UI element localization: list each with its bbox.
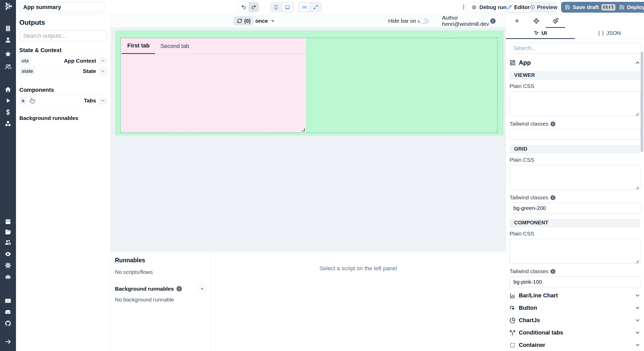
discord-icon[interactable]	[4, 308, 12, 316]
info-icon[interactable]: i	[550, 121, 555, 126]
undo-button[interactable]	[239, 2, 249, 12]
component-row-a[interactable]: a Tabs	[19, 95, 107, 106]
app-grid-surface[interactable]: First tab Second tab	[115, 30, 504, 135]
info-icon[interactable]: i	[550, 269, 555, 274]
hide-bar-toggle[interactable]	[419, 18, 429, 24]
info-icon[interactable]: i	[550, 195, 555, 200]
docs-book-icon[interactable]	[4, 297, 12, 305]
settings-gear-icon[interactable]	[4, 262, 12, 269]
toggle-knob	[420, 19, 425, 23]
workspace-building-icon[interactable]	[4, 25, 12, 32]
chevron-down-icon	[635, 342, 640, 348]
json-tab[interactable]: { } JSON	[575, 28, 644, 39]
ui-tab[interactable]: UI	[506, 28, 575, 39]
deploy-save-icon	[619, 5, 624, 10]
author-info-icon[interactable]: i	[490, 18, 496, 24]
audit-eye-icon[interactable]	[4, 250, 12, 258]
expand-icon	[313, 5, 318, 10]
output-key-badge: ctx	[19, 57, 31, 65]
center-align-button[interactable]	[299, 3, 310, 12]
runnables-title: Runnables	[115, 257, 206, 264]
component-type-label: Tabs	[84, 97, 96, 104]
style-row-container[interactable]: Container	[510, 339, 640, 351]
component-section-header: COMPONENT	[510, 219, 640, 227]
ai-robot-icon[interactable]	[4, 273, 12, 281]
align-center-icon	[302, 5, 307, 10]
grid-tailwind-input[interactable]	[510, 203, 640, 214]
component-id-badge: a	[19, 97, 27, 104]
split-branch-icon	[510, 330, 515, 336]
github-icon[interactable]	[4, 320, 12, 327]
component-plain-css-textarea[interactable]	[510, 239, 640, 264]
app-summary-input[interactable]	[19, 2, 104, 12]
mobile-view-button[interactable]	[271, 3, 282, 12]
star-icon[interactable]	[4, 50, 12, 58]
button-cursor-icon	[510, 305, 515, 311]
add-background-runnable-button[interactable]	[198, 284, 206, 293]
redo-button[interactable]	[249, 2, 259, 12]
preview-tab[interactable]: Preview	[530, 2, 557, 12]
select-script-hint: Select a script on the left panel	[211, 252, 506, 351]
user-icon[interactable]	[4, 36, 12, 44]
style-row-chartjs[interactable]: ChartJs	[510, 314, 640, 326]
workers-users-gear-icon[interactable]	[4, 239, 12, 246]
refresh-button[interactable]: (0)	[234, 16, 254, 26]
resources-cubes-icon[interactable]	[4, 120, 12, 128]
component-tailwind-input[interactable]	[510, 276, 640, 287]
viewer-tailwind-input[interactable]	[510, 129, 640, 140]
output-row-state[interactable]: state State	[19, 66, 107, 76]
runnables-list: Runnables No scripts/flows Background ru…	[111, 252, 211, 351]
component-library-tab[interactable]	[527, 14, 546, 28]
style-row-barline-chart[interactable]: Bar/Line Chart	[510, 289, 640, 302]
expand-component-a-button[interactable]	[98, 97, 107, 104]
style-search-input[interactable]	[510, 43, 640, 54]
app-accordion-header[interactable]: App	[510, 59, 640, 67]
paintbrush-icon	[553, 18, 559, 24]
background-info-icon[interactable]: i	[176, 286, 182, 291]
layout-toggle-group	[298, 2, 322, 13]
refresh-mode-dropdown[interactable]: once	[255, 14, 275, 27]
style-row-button[interactable]: Button	[510, 302, 640, 314]
tab-second[interactable]: Second tab	[155, 38, 194, 54]
expand-ctx-button[interactable]	[98, 58, 107, 64]
expand-state-button[interactable]	[98, 68, 107, 75]
home-icon[interactable]	[4, 86, 12, 93]
debug-runs-label: Debug runs	[479, 4, 510, 10]
grid-plain-css-textarea[interactable]	[510, 165, 640, 190]
app-rail	[0, 0, 16, 351]
chevron-down-icon	[101, 69, 105, 73]
schedules-calendar-icon[interactable]	[4, 218, 12, 225]
pointer-hand-icon	[29, 98, 35, 104]
author-label: Author henri@windmill.dev	[442, 14, 506, 27]
viewer-section-header: VIEWER	[510, 71, 640, 79]
background-runnables-title: Background runnables	[19, 115, 107, 121]
variables-dollar-icon[interactable]	[4, 108, 12, 116]
collapse-arrow-right-icon[interactable]	[4, 338, 12, 346]
runs-play-icon[interactable]	[4, 97, 12, 104]
ui-json-tabs: UI { } JSON	[506, 28, 644, 39]
style-row-conditional-tabs[interactable]: Conditional tabs	[510, 326, 640, 339]
windmill-logo-icon[interactable]	[3, 1, 13, 11]
panel-scrollbar[interactable]	[641, 52, 643, 152]
deploy-button[interactable]: Deploy	[615, 2, 644, 13]
tabs-component[interactable]: First tab Second tab	[121, 38, 306, 132]
smartphone-icon	[274, 5, 279, 10]
dashed-square-icon	[510, 342, 515, 348]
tab-first[interactable]: First tab	[122, 38, 155, 54]
viewer-plain-css-textarea[interactable]	[510, 91, 640, 116]
search-outputs-input[interactable]	[19, 30, 107, 41]
no-scripts-label: No scripts/flows	[115, 269, 206, 275]
device-toggle-group	[270, 2, 294, 13]
folders-icon[interactable]	[4, 228, 12, 236]
preview-label: Preview	[537, 4, 557, 10]
user-group-icon[interactable]	[4, 63, 12, 71]
chevron-down-icon	[635, 305, 640, 311]
editor-tab[interactable]: Editor	[507, 2, 530, 12]
styling-tab[interactable]	[546, 14, 565, 28]
output-row-ctx[interactable]: ctx App Context	[19, 56, 107, 66]
add-component-tab[interactable]	[507, 14, 527, 28]
desktop-view-button[interactable]	[282, 3, 293, 12]
component-style-list: Bar/Line Chart Button ChartJs Conditiona…	[510, 289, 640, 351]
fullscreen-button[interactable]	[310, 3, 321, 12]
resize-handle[interactable]	[302, 128, 305, 131]
